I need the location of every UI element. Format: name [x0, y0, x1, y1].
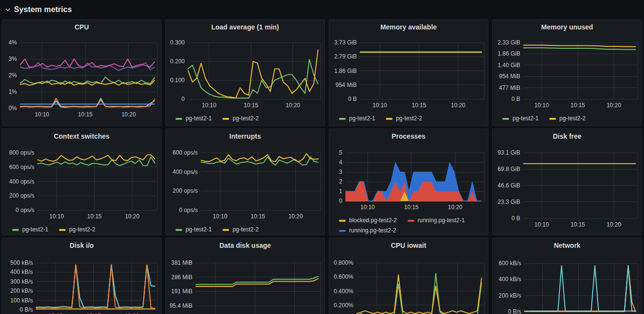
x-tick-label: 10:10 [49, 213, 64, 220]
panel-grid: CPU 4%3%2%1%0%10:1010:1510:20 Load avera… [0, 18, 644, 314]
legend-item[interactable]: pg-test2-2 [386, 114, 422, 124]
y-tick-label: 0.300 [170, 39, 185, 46]
x-tick-label: 10:20 [288, 213, 303, 220]
chart-canvas[interactable]: 3.73 GiB2.79 GiB1.86 GiB954 MiB0 B10:101… [329, 20, 488, 126]
y-tick-label: 0 B/s [20, 306, 33, 313]
y-tick-label: 300 kB/s [10, 278, 33, 285]
legend-label: running.pg-test2-1 [418, 215, 465, 226]
legend-item[interactable]: pg-test2-1 [176, 225, 212, 235]
panel-disk-free: Disk free 93.1 GiB69.8 GiB46.6 GiB23.3 G… [492, 128, 642, 235]
legend-item[interactable]: blocked.pg-test2-2 [339, 215, 397, 226]
chart-canvas[interactable]: 381 MiB286 MiB191 MiB95.4 MiB10:1010:151… [166, 238, 324, 314]
legend-label: blocked.pg-test2-2 [349, 215, 397, 226]
chart-canvas[interactable]: 2.33 GiB1.86 GiB1.40 GiB954 MiB477 MiB0 … [493, 20, 642, 126]
x-tick-label: 10:15 [571, 102, 585, 109]
y-tick-label: 2 [339, 178, 342, 185]
legend-item[interactable]: pg-test2-2 [59, 225, 95, 235]
legend-swatch [222, 118, 229, 120]
y-tick-label: 4 [339, 159, 342, 166]
y-tick-label: 954 MiB [499, 73, 520, 80]
panel-network: Network 600 kB/s400 kB/s200 kB/s0 B/s10:… [492, 238, 642, 314]
legend-swatch [408, 220, 414, 222]
legend-item[interactable]: pg-test2-2 [222, 225, 259, 235]
chart-legend: pg-test2-1pg-test2-2 [176, 225, 315, 235]
dashboard-row-header[interactable]: System metrics [0, 0, 644, 18]
chart-canvas[interactable]: 800 ops/s600 ops/s400 ops/s200 ops/s0 op… [2, 129, 161, 235]
legend-label: pg-test2-1 [22, 225, 48, 235]
legend-label: pg-test2-1 [512, 114, 539, 124]
x-tick-label: 10:20 [448, 204, 462, 211]
x-tick-label: 10:15 [404, 204, 419, 211]
chart-legend: pg-test2-1pg-test2-2 [176, 114, 315, 124]
series-pg-test2-1 [188, 59, 318, 98]
panel-interrupts: Interrupts 600 ops/s400 ops/s200 ops/s0 … [165, 128, 325, 235]
y-tick-label: 46.6 GiB [498, 182, 520, 189]
y-tick-label: 0 [181, 96, 185, 102]
series-cyan-series [525, 266, 636, 311]
y-tick-label: 5 [339, 149, 342, 156]
legend-item[interactable]: running.pg-test2-1 [408, 215, 465, 226]
panel-cpu: CPU 4%3%2%1%0%10:1010:1510:20 [2, 19, 161, 126]
x-tick-label: 10:10 [213, 213, 227, 220]
y-tick-label: 2.33 GiB [498, 39, 520, 46]
x-tick-label: 10:10 [534, 221, 549, 228]
panel-memory-unused: Memory unused 2.33 GiB1.86 GiB1.40 GiB95… [492, 19, 642, 126]
y-tick-label: 600 ops/s [9, 164, 34, 171]
series-pg-test2-2 [201, 154, 318, 162]
y-tick-label: 0.600% [334, 273, 353, 280]
series-pg-test2-1 [38, 157, 155, 166]
series-green-series [357, 273, 482, 314]
y-tick-label: 200 ops/s [9, 192, 34, 199]
y-tick-label: 3.73 GiB [334, 39, 357, 46]
chart-canvas[interactable]: 93.1 GiB69.8 GiB46.6 GiB23.3 GiB0 B10:10… [493, 129, 642, 235]
legend-swatch [502, 118, 509, 120]
legend-item[interactable]: pg-test2-1 [176, 114, 212, 124]
chart-canvas[interactable]: 500 kB/s400 kB/s300 kB/s200 kB/s100 kB/s… [2, 238, 161, 314]
panel-context-switches: Context switches 800 ops/s600 ops/s400 o… [2, 128, 161, 235]
row-title: System metrics [14, 5, 72, 14]
y-tick-label: 200 kB/s [10, 287, 33, 294]
y-tick-label: 0 ops/s [179, 207, 198, 214]
x-tick-label: 10:15 [412, 102, 426, 109]
panel-disk-io: Disk i/o 500 kB/s400 kB/s300 kB/s200 kB/… [2, 238, 161, 314]
y-tick-label: 23.3 GiB [498, 199, 520, 205]
x-tick-label: 10:20 [607, 221, 621, 228]
x-tick-label: 10:20 [607, 102, 621, 109]
legend-item[interactable]: running.pg-test2-2 [339, 226, 396, 235]
x-tick-label: 10:10 [202, 102, 216, 109]
legend-swatch [176, 229, 182, 231]
legend-label: pg-test2-1 [186, 225, 212, 235]
y-tick-label: 0 B [512, 96, 520, 102]
legend-label: pg-test2-2 [233, 225, 259, 235]
chart-canvas[interactable]: 600 kB/s400 kB/s200 kB/s0 B/s10:1010:151… [493, 238, 642, 314]
chart-canvas[interactable]: 0.3000.2000.100010:1010:1510:20 [166, 20, 324, 126]
legend-label: pg-test2-2 [559, 114, 585, 124]
chart-legend: pg-test2-1pg-test2-2 [502, 114, 632, 124]
y-tick-label: 0.800% [334, 259, 353, 266]
chevron-down-icon [5, 7, 11, 13]
chart-canvas[interactable]: 0.800%0.600%0.400%0.200%10:1010:1510:20 [329, 238, 488, 314]
series-orange-series [36, 265, 155, 308]
chart-legend: blocked.pg-test2-2running.pg-test2-1runn… [339, 215, 478, 235]
x-tick-label: 10:15 [244, 102, 258, 109]
legend-label: pg-test2-2 [233, 114, 259, 124]
chart-canvas[interactable]: 4%3%2%1%0%10:1010:1510:20 [2, 20, 161, 126]
y-tick-label: 0 B [348, 96, 357, 102]
legend-item[interactable]: pg-test2-1 [502, 114, 539, 124]
y-tick-label: 200 kB/s [498, 292, 521, 299]
legend-item[interactable]: pg-test2-2 [549, 114, 585, 124]
y-tick-label: 1 [339, 188, 342, 195]
y-tick-label: 0 ops/s [15, 207, 34, 214]
legend-item[interactable]: pg-test2-2 [222, 114, 259, 124]
y-tick-label: 500 kB/s [10, 259, 33, 266]
legend-label: pg-test2-1 [186, 114, 212, 124]
series-cyan-series [36, 265, 155, 307]
legend-item[interactable]: pg-test2-1 [339, 114, 375, 124]
chart-legend: pg-test2-1pg-test2-2 [339, 114, 478, 124]
legend-item[interactable]: pg-test2-1 [12, 225, 48, 235]
series-pg-test2-2 [188, 50, 318, 99]
legend-swatch [12, 229, 19, 231]
chart-canvas[interactable]: 600 ops/s400 ops/s200 ops/s0 ops/s10:101… [166, 129, 324, 235]
series-pg-test2-1 [524, 48, 636, 50]
y-tick-label: 1.86 GiB [334, 68, 357, 74]
